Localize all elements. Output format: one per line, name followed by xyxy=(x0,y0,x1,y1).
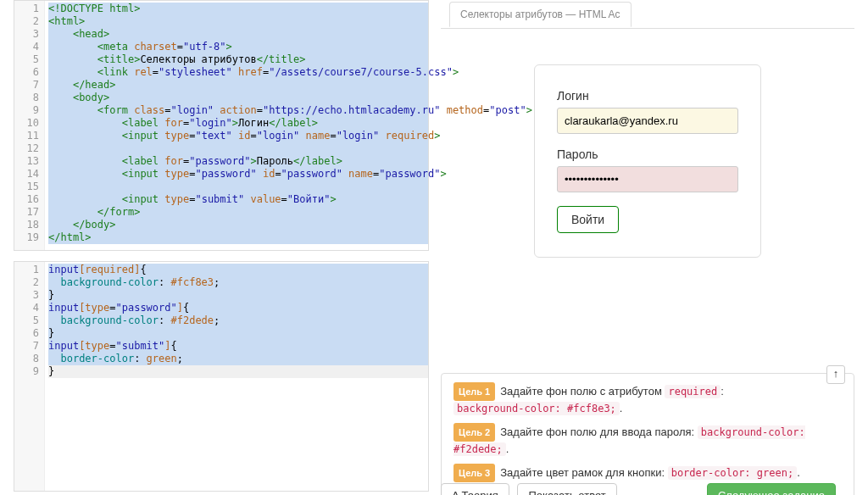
login-form: Логин Пароль Войти xyxy=(534,64,761,258)
theory-button[interactable]: Δ Теория xyxy=(441,483,509,495)
next-task-button[interactable]: Следующее задание xyxy=(707,483,836,495)
login-input[interactable] xyxy=(557,108,738,134)
goal-code: required xyxy=(665,385,721,398)
preview-area: Логин Пароль Войти xyxy=(441,29,854,364)
preview-tab[interactable]: Селекторы атрибутов — HTML Ac xyxy=(449,2,632,27)
goal-1: Цель 1Задайте фон полю с атрибутом requi… xyxy=(453,382,842,416)
css-code[interactable]: input[required]{ background-color: #fcf8… xyxy=(45,264,428,378)
html-code[interactable]: <!DOCTYPE html><html> <head> <meta chars… xyxy=(45,3,428,244)
goal-code: background-color: #fcf8e3; xyxy=(453,402,620,415)
submit-button[interactable]: Войти xyxy=(557,206,619,233)
html-editor[interactable]: HTML 12345678910111213141516171819 <!DOC… xyxy=(14,0,429,251)
login-label: Логин xyxy=(557,89,738,103)
goal-badge: Цель 3 xyxy=(453,464,495,482)
scroll-top-button[interactable]: ↑ xyxy=(826,365,845,384)
css-gutter: 123456789 xyxy=(14,262,45,491)
goal-3: Цель 3Задайте цвет рамок для кнопки: bor… xyxy=(453,464,842,482)
password-input[interactable] xyxy=(557,166,738,192)
password-label: Пароль xyxy=(557,147,738,161)
goal-2: Цель 2Задайте фон полю для ввода пароля:… xyxy=(453,423,842,457)
goal-badge: Цель 2 xyxy=(453,423,495,442)
preview-tabs: Селекторы атрибутов — HTML Ac xyxy=(441,0,854,29)
goal-code: background-color: #f2dede; xyxy=(453,425,805,456)
goal-code: border-color: green; xyxy=(668,466,798,480)
css-editor[interactable]: CSS 123456789 input[required]{ backgroun… xyxy=(14,261,429,492)
show-answer-button[interactable]: Показать ответ xyxy=(517,483,616,495)
html-gutter: 12345678910111213141516171819 xyxy=(14,1,45,250)
bottom-buttons: Δ Теория Показать ответ Следующее задани… xyxy=(441,483,854,495)
goals-panel: ↑ Цель 1Задайте фон полю с атрибутом req… xyxy=(441,373,854,495)
goal-badge: Цель 1 xyxy=(453,382,495,401)
